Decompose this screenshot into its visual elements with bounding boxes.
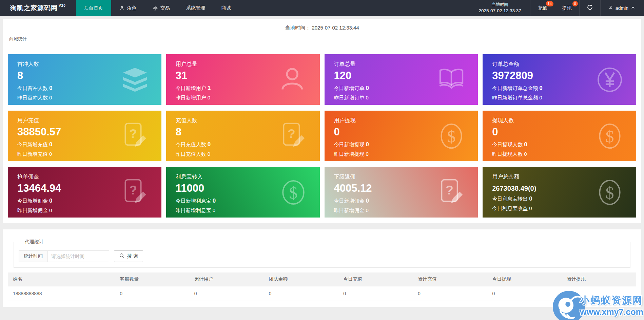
card-line1-label: 今日充值人数 xyxy=(176,142,206,147)
svg-text:$: $ xyxy=(605,183,614,202)
menu-item-label: 后台首页 xyxy=(84,5,103,11)
site-watermark: 小蚂蚁资源网 www.xmy7.com xyxy=(552,290,643,320)
top-navbar: 狗凯之家源码网 V20 后台首页 角色 交易 系统管理 商城 当地时间 2025… xyxy=(0,0,644,16)
book-icon xyxy=(436,65,466,95)
card-line1-value: 0 xyxy=(213,197,216,204)
menu-item-system[interactable]: 系统管理 xyxy=(178,0,213,16)
stat-card-total-orders: 订单总量 120 今日新增订单0 昨日新增订单0 xyxy=(325,54,478,105)
card-line1-label: 今日利息宝转出 xyxy=(492,196,528,202)
cell-total-users: 0 xyxy=(189,286,264,301)
agent-search-form: 统计时间 搜 索 xyxy=(19,250,625,262)
search-button[interactable]: 搜 索 xyxy=(114,250,143,262)
col-header-today-withdraw: 今日提现 xyxy=(487,272,562,286)
card-line1-value: 0 xyxy=(366,85,369,91)
card-line1-value: 0 xyxy=(366,141,369,148)
card-line2-label: 昨日充值人数 xyxy=(176,151,206,157)
agent-stats-fieldset: 代理统计 统计时间 搜 索 xyxy=(14,239,630,268)
card-line1-label: 今日新增订单 xyxy=(334,85,365,91)
card-line2-value: 0 xyxy=(524,151,527,157)
dollar-circle-icon: $ xyxy=(436,121,466,151)
card-line2-label: 昨日新增用户 xyxy=(176,95,206,100)
local-time-label: 当地时间 xyxy=(492,1,508,8)
agent-stats-table: 姓名 客服数量 累计用户 团队余额 今日充值 累计充值 今日提现 累计提现 18… xyxy=(8,272,636,301)
local-time-row-label: 当地时间： xyxy=(285,25,310,31)
stat-card-total-users: 用户总量 31 今日新增用户1 昨日新增用户0 xyxy=(166,54,320,105)
card-line1-value: 0 xyxy=(49,85,52,91)
card-line2-label: 昨日新增佣金 xyxy=(334,207,365,213)
watermark-site-name: 小蚂蚁资源网 xyxy=(580,294,643,307)
menu-item-roles[interactable]: 角色 xyxy=(111,0,144,16)
card-line2-label: 昨日新增提现 xyxy=(334,151,365,157)
local-time-row: 当地时间： 2025-07-02 12:33:44 xyxy=(8,25,636,31)
col-header-total-withdraw: 累计提现 xyxy=(562,272,636,286)
card-line1-value: 0 xyxy=(49,197,52,204)
main-menu: 后台首页 角色 交易 系统管理 商城 xyxy=(76,0,239,16)
card-line2-label: 今日利息宝收益 xyxy=(492,205,528,211)
navbar-local-time: 当地时间 2025-07-02 12:33:37 xyxy=(470,0,530,16)
cell-team-balance: 0 xyxy=(264,286,338,301)
svg-text:?: ? xyxy=(288,126,295,140)
card-line2-label: 昨日首冲人数 xyxy=(17,95,48,100)
cell-service-count: 0 xyxy=(115,286,189,301)
card-line2-label: 昨日新增佣金 xyxy=(17,207,48,213)
dollar-circle-icon: $ xyxy=(278,177,308,207)
menu-item-trade[interactable]: 交易 xyxy=(144,0,178,16)
stat-card-user-recharge: 用户充值 38850.57 今日新增充值0 昨日新增充值0 ? xyxy=(8,111,161,161)
local-time-value: 2025-07-02 12:33:37 xyxy=(479,7,521,15)
app-logo-version: V20 xyxy=(59,4,66,7)
chevron-up-icon xyxy=(631,5,635,11)
stat-card-sub-rebate: 下级返佣 4005.12 今日新增佣金0 昨日新增佣金0 ? xyxy=(325,167,478,218)
recharge-badge: 14 xyxy=(546,1,553,6)
search-icon xyxy=(119,253,125,260)
mall-stats-panel: 当地时间： 2025-07-02 12:33:44 商城统计 首冲人数 8 今日… xyxy=(3,19,641,223)
menu-item-label: 交易 xyxy=(160,5,170,11)
card-line2-label: 昨日新增订单 xyxy=(334,95,365,100)
card-line2-value: 0 xyxy=(366,207,369,213)
card-line2-label: 昨日新增充值 xyxy=(17,151,48,157)
menu-item-label: 系统管理 xyxy=(186,5,205,11)
card-line2-value: 0 xyxy=(208,151,210,157)
card-line2-value: 0 xyxy=(49,151,52,157)
table-row: 18888888888 0 0 0 0 0 0 0 xyxy=(8,286,636,301)
stat-time-input[interactable] xyxy=(47,250,109,262)
card-line1-value: 0 xyxy=(366,197,369,204)
cell-today-recharge: 0 xyxy=(338,286,413,301)
card-line2-value: 0 xyxy=(213,207,215,213)
local-time-row-value: 2025-07-02 12:33:44 xyxy=(312,25,359,31)
app-logo-text: 狗凯之家源码网 xyxy=(10,4,58,13)
layers-icon xyxy=(120,65,150,95)
col-header-team-balance: 团队余额 xyxy=(264,272,338,286)
navbar-right: 当地时间 2025-07-02 12:33:37 充值 14 提现 0 admi… xyxy=(470,0,644,16)
refresh-button[interactable] xyxy=(579,0,600,16)
agent-stats-title: 代理统计 xyxy=(21,239,47,245)
col-header-name: 姓名 xyxy=(8,272,115,286)
recharge-button[interactable]: 充值 14 xyxy=(530,0,555,16)
menu-item-mall[interactable]: 商城 xyxy=(213,0,239,16)
col-header-service-count: 客服数量 xyxy=(115,272,189,286)
card-line1-label: 今日新增佣金 xyxy=(334,198,365,204)
stat-time-label: 统计时间 xyxy=(19,250,48,262)
table-header-row: 姓名 客服数量 累计用户 团队余额 今日充值 累计充值 今日提现 累计提现 xyxy=(8,272,636,286)
user-menu[interactable]: admin xyxy=(600,0,644,16)
doc-edit-icon: ? xyxy=(278,121,308,151)
withdraw-button[interactable]: 提现 0 xyxy=(555,0,579,16)
dollar-circle-icon: $ xyxy=(595,121,625,151)
card-line1-label: 今日新增用户 xyxy=(176,85,206,91)
stat-card-order-commission: 抢单佣金 13464.94 今日新增佣金0 昨日新增佣金0 ? xyxy=(8,167,161,218)
svg-text:?: ? xyxy=(129,126,137,140)
stat-card-first-charge-users: 首冲人数 8 今日首冲人数0 昨日首冲人数0 xyxy=(8,54,161,105)
stat-card-recharge-users: 充值人数 8 今日充值人数0 昨日充值人数0 ? xyxy=(166,111,320,161)
svg-text:$: $ xyxy=(447,127,456,146)
menu-item-dashboard[interactable]: 后台首页 xyxy=(76,0,111,16)
section-title-mall-stats: 商城统计 xyxy=(9,36,636,42)
doc-edit-icon: ? xyxy=(120,177,150,207)
username: admin xyxy=(616,5,628,11)
card-line1-value: 0 xyxy=(539,85,542,91)
card-line2-value: 0 xyxy=(366,151,369,157)
refresh-icon xyxy=(587,4,593,12)
withdraw-badge: 0 xyxy=(572,1,578,6)
search-button-label: 搜 索 xyxy=(127,253,138,259)
cell-name: 18888888888 xyxy=(8,286,115,301)
svg-text:$: $ xyxy=(605,127,614,146)
card-line1-label: 今日提现人数 xyxy=(492,142,523,147)
